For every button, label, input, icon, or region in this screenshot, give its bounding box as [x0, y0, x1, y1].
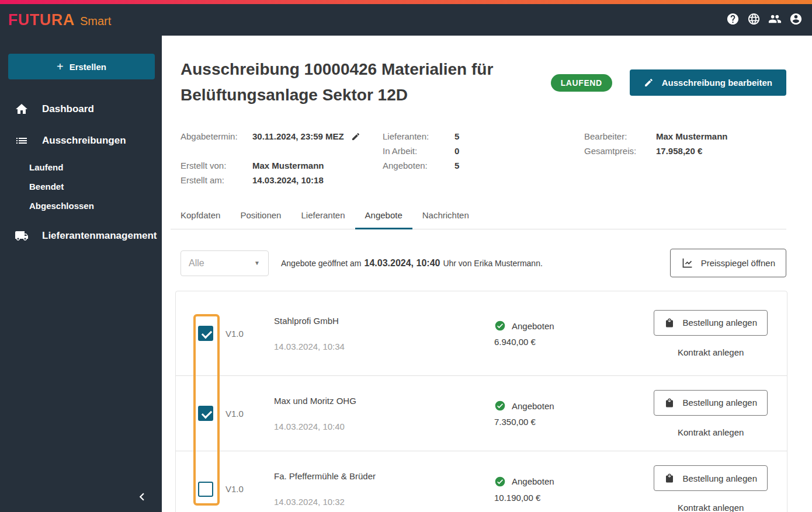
created-by-label: Erstellt von: — [181, 161, 252, 170]
meta-section: Abgabetermin: 30.11.2024, 23:59 MEZ Erst… — [181, 129, 786, 187]
users-icon[interactable] — [768, 12, 782, 28]
offers-card: V1.0 Stahlprofi GmbH 14.03.2024, 10:34 A… — [175, 291, 787, 512]
create-button-label: Erstellen — [70, 62, 106, 72]
offer-price: 10.190,00 € — [494, 493, 654, 503]
suppliers-label: Lieferanten: — [383, 131, 454, 141]
create-order-button-label: Bestellung anlegen — [682, 318, 757, 328]
list-icon — [15, 134, 29, 148]
sidebar-item-ended[interactable]: Beendet — [0, 177, 162, 196]
offer-date: 14.03.2024, 10:34 — [274, 342, 494, 351]
created-by-value: Max Mustermann — [252, 161, 324, 170]
sidebar-item-running[interactable]: Laufend — [0, 158, 162, 177]
app-window: FUTURA Smart + Erstellen Dashboard Aussc… — [0, 0, 812, 512]
offer-row: V1.0 Max und Moritz OHG 14.03.2024, 10:4… — [176, 376, 787, 451]
page-header: Ausschreibung 10000426 Materialien für B… — [181, 57, 786, 108]
bag-icon — [664, 398, 675, 408]
edit-tender-button[interactable]: Ausschreibung bearbeiten — [630, 69, 786, 96]
sidebar-item-tenders[interactable]: Ausschreibungen — [0, 125, 162, 156]
created-at-label: Erstellt am: — [181, 175, 252, 185]
price-mirror-button[interactable]: Preisspiegel öffnen — [670, 249, 786, 277]
create-contract-link[interactable]: Kontrakt anlegen — [678, 427, 744, 437]
create-order-button-label: Bestellung anlegen — [682, 398, 757, 407]
offer-date: 14.03.2024, 10:40 — [274, 422, 494, 431]
supplier-name: Fa. Pfeffermühle & Brüder — [274, 471, 494, 481]
offer-row: V1.0 Fa. Pfeffermühle & Brüder 14.03.202… — [176, 451, 787, 512]
sidebar-item-supplier-management[interactable]: Lieferantenmanagement — [0, 220, 162, 252]
sidebar-collapse-button[interactable] — [131, 486, 152, 507]
tab-lieferanten[interactable]: Lieferanten — [291, 204, 355, 229]
opened-suffix: Uhr von Erika Mustermann. — [443, 259, 542, 268]
offer-version: V1.0 — [225, 329, 274, 339]
sidebar-nav: Dashboard Ausschreibungen Laufend Beende… — [0, 93, 162, 252]
offer-status: Angeboten — [512, 321, 554, 331]
offer-row: V1.0 Stahlprofi GmbH 14.03.2024, 10:34 A… — [176, 291, 787, 376]
tab-nachrichten[interactable]: Nachrichten — [412, 204, 479, 229]
bag-icon — [664, 473, 675, 483]
meta-column-counts: Lieferanten: 5 In Arbeit: 0 Angeboten: 5 — [383, 129, 584, 187]
tab-kopfdaten[interactable]: Kopfdaten — [171, 204, 230, 229]
offered-label: Angeboten: — [383, 161, 454, 170]
total-price-value: 17.958,20 € — [656, 146, 702, 156]
bag-icon — [664, 318, 675, 328]
in-progress-value: 0 — [454, 146, 459, 156]
create-order-button-label: Bestellung anlegen — [682, 473, 757, 483]
create-order-button[interactable]: Bestellung anlegen — [654, 465, 768, 491]
offers-opened-text: Angebote geöffnet am 14.03.2024, 10:40 U… — [281, 258, 543, 269]
editor-label: Bearbeiter: — [584, 131, 656, 141]
create-button[interactable]: + Erstellen — [8, 54, 155, 79]
tab-angebote[interactable]: Angebote — [355, 204, 412, 229]
brand-gradient-strip — [0, 0, 812, 4]
offer-date: 14.03.2024, 10:32 — [274, 497, 494, 507]
sidebar-item-dashboard[interactable]: Dashboard — [0, 93, 162, 125]
chart-icon — [681, 257, 693, 269]
chevron-left-icon — [134, 489, 150, 504]
meta-column-editor: Bearbeiter: Max Mustermann Gesamtpreis: … — [584, 129, 786, 187]
offer-filter-select[interactable]: Alle ▼ — [181, 250, 269, 276]
status-badge: LAUFEND — [551, 74, 612, 92]
offered-value: 5 — [454, 161, 459, 170]
tab-bar: Kopfdaten Positionen Lieferanten Angebot… — [171, 204, 786, 229]
edit-deadline-icon[interactable] — [351, 132, 360, 141]
help-icon[interactable] — [726, 12, 740, 28]
create-contract-link[interactable]: Kontrakt anlegen — [678, 503, 744, 512]
check-circle-icon — [494, 476, 506, 487]
total-price-label: Gesamtpreis: — [584, 146, 656, 156]
main-content: Ausschreibung 10000426 Materialien für B… — [162, 36, 812, 512]
topbar: FUTURA Smart — [0, 4, 812, 36]
create-order-button[interactable]: Bestellung anlegen — [654, 310, 768, 336]
offer-checkbox[interactable] — [198, 326, 213, 341]
account-icon[interactable] — [789, 12, 803, 28]
create-contract-link[interactable]: Kontrakt anlegen — [678, 347, 744, 357]
sidebar-tenders-submenu: Laufend Beendet Abgeschlossen — [0, 156, 162, 220]
truck-icon — [15, 229, 29, 243]
filter-row: Alle ▼ Angebote geöffnet am 14.03.2024, … — [181, 249, 786, 277]
check-circle-icon — [494, 400, 506, 412]
created-at-value: 14.03.2024, 10:18 — [252, 175, 324, 185]
supplier-name: Stahlprofi GmbH — [274, 316, 494, 326]
page-title: Ausschreibung 10000426 Materialien für B… — [181, 57, 551, 108]
offer-price: 6.940,00 € — [494, 337, 654, 347]
meta-column-dates: Abgabetermin: 30.11.2024, 23:59 MEZ Erst… — [181, 129, 383, 187]
offer-version: V1.0 — [225, 409, 274, 419]
offer-checkbox[interactable] — [198, 406, 213, 421]
brand-logo: FUTURA Smart — [8, 11, 111, 29]
globe-icon[interactable] — [747, 12, 761, 28]
chevron-down-icon: ▼ — [254, 260, 260, 266]
opened-prefix: Angebote geöffnet am — [281, 259, 362, 268]
sidebar-item-label: Dashboard — [42, 103, 94, 115]
create-order-button[interactable]: Bestellung anlegen — [654, 390, 768, 416]
offer-price: 7.350,00 € — [494, 417, 654, 427]
in-progress-label: In Arbeit: — [383, 146, 454, 156]
plus-icon: + — [57, 61, 64, 72]
brand-suffix: Smart — [80, 15, 111, 28]
check-circle-icon — [494, 320, 506, 332]
tab-positionen[interactable]: Positionen — [230, 204, 291, 229]
suppliers-value: 5 — [454, 131, 459, 141]
brand-name: FUTURA — [8, 11, 75, 29]
sidebar-item-label: Lieferantenmanagement — [42, 230, 157, 242]
deadline-value: 30.11.2024, 23:59 MEZ — [252, 131, 344, 141]
pencil-icon — [644, 78, 654, 88]
sidebar-item-label: Ausschreibungen — [42, 135, 126, 147]
offer-checkbox[interactable] — [198, 482, 213, 497]
sidebar-item-completed[interactable]: Abgeschlossen — [0, 196, 162, 215]
